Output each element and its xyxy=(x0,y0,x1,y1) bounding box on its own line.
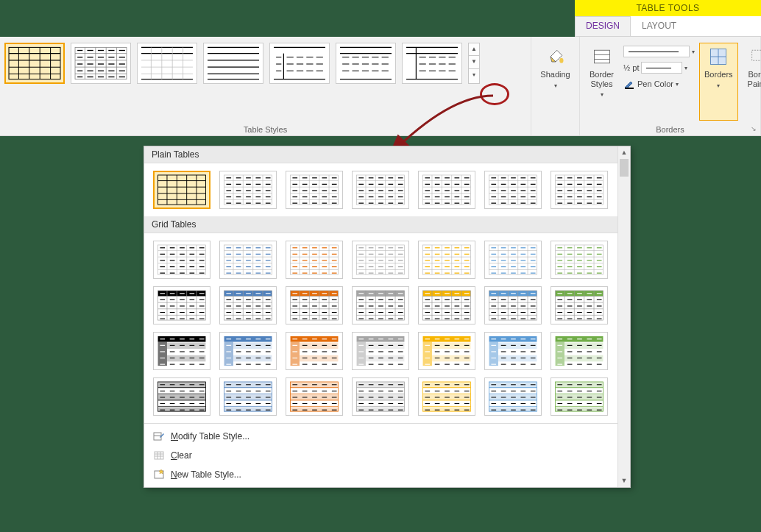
svg-rect-133 xyxy=(291,175,339,205)
borders-dialog-launcher[interactable]: ↘ xyxy=(749,124,758,133)
svg-rect-99 xyxy=(224,175,272,205)
table-style-thumb[interactable] xyxy=(153,171,210,209)
scroll-track[interactable] xyxy=(618,159,630,475)
scroll-thumb[interactable] xyxy=(620,159,629,177)
bucket-icon xyxy=(545,46,566,67)
svg-rect-0 xyxy=(9,47,60,79)
svg-rect-371 xyxy=(291,245,339,274)
line-weight-dropdown[interactable]: ½ pt ▾ xyxy=(623,62,695,74)
svg-rect-1220 xyxy=(154,433,161,440)
table-style-thumb[interactable] xyxy=(219,286,277,324)
table-style-thumb[interactable] xyxy=(286,332,343,370)
table-style-thumb[interactable] xyxy=(153,377,210,416)
clear-icon xyxy=(153,450,165,461)
table-style-thumb[interactable] xyxy=(153,332,210,370)
table-style-thumb[interactable] xyxy=(484,377,542,416)
group-borders: Border Styles ▾ ▾ ½ pt ▾ Pen Color ▾ Bor… xyxy=(580,37,761,135)
menu-new-table-style[interactable]: New Table Style... xyxy=(144,465,630,484)
table-style-thumb[interactable] xyxy=(484,332,542,370)
table-style-thumb[interactable] xyxy=(336,43,396,84)
table-style-thumb[interactable] xyxy=(153,286,210,324)
chevron-down-icon: ▾ xyxy=(676,81,679,88)
table-style-thumb[interactable] xyxy=(137,43,197,84)
gallery-scroll-down[interactable]: ▼ xyxy=(468,56,480,69)
svg-rect-90 xyxy=(158,175,206,205)
line-style-dropdown[interactable]: ▾ xyxy=(623,46,695,57)
svg-rect-439 xyxy=(423,245,471,274)
table-style-thumb[interactable] xyxy=(153,241,210,279)
table-style-thumb[interactable] xyxy=(71,43,131,84)
ribbon: ▲ ▼ ▾ Table Styles Shading ▾ Border Styl… xyxy=(0,37,761,136)
table-style-thumb[interactable] xyxy=(286,377,343,416)
table-style-thumb[interactable] xyxy=(551,377,608,416)
chevron-down-icon: ▾ xyxy=(601,91,604,98)
scroll-down-arrow[interactable]: ▼ xyxy=(618,475,630,487)
chevron-down-icon: ▾ xyxy=(554,82,557,89)
gallery-spinner: ▲ ▼ ▾ xyxy=(468,43,480,84)
table-style-thumb[interactable] xyxy=(402,43,462,84)
table-style-thumb[interactable] xyxy=(352,332,409,370)
scroll-up-arrow[interactable]: ▲ xyxy=(618,146,630,159)
svg-rect-405 xyxy=(357,245,405,274)
chevron-down-icon: ▾ xyxy=(684,65,687,71)
table-style-thumb[interactable] xyxy=(418,286,475,324)
pen-color-label: Pen Color xyxy=(637,79,673,88)
table-styles-gallery: ▲ ▼ ▾ xyxy=(4,43,526,84)
svg-rect-82 xyxy=(594,50,609,63)
svg-rect-269 xyxy=(556,175,604,205)
table-style-thumb[interactable] xyxy=(286,286,343,324)
popup-section-plain-tables: Plain Tables xyxy=(144,146,630,163)
table-style-thumb[interactable] xyxy=(551,332,608,370)
table-style-thumb[interactable] xyxy=(352,377,409,416)
table-style-thumb[interactable] xyxy=(352,171,409,209)
svg-rect-473 xyxy=(489,245,537,274)
menu-clear[interactable]: Clear xyxy=(144,446,630,465)
table-style-thumb[interactable] xyxy=(352,241,409,279)
border-styles-button[interactable]: Border Styles ▾ xyxy=(584,43,619,121)
table-style-thumb[interactable] xyxy=(418,377,475,416)
table-style-thumb[interactable] xyxy=(286,241,343,279)
line-weight-sample xyxy=(641,62,682,74)
svg-rect-303 xyxy=(158,245,206,274)
svg-rect-337 xyxy=(224,245,272,274)
gallery-expand-button[interactable]: ▾ xyxy=(468,69,480,84)
table-styles-popup: Plain Tables Grid Tables Modify Table St… xyxy=(144,146,631,488)
table-style-thumb[interactable] xyxy=(269,43,330,84)
tab-design[interactable]: DESIGN xyxy=(575,16,631,36)
table-style-thumb[interactable] xyxy=(484,171,542,209)
table-style-thumb[interactable] xyxy=(551,241,608,279)
table-style-thumb[interactable] xyxy=(352,286,409,324)
tab-layout[interactable]: LAYOUT xyxy=(631,16,687,36)
border-painter-button[interactable]: Border Painter xyxy=(743,43,761,121)
table-style-thumb[interactable] xyxy=(418,241,475,279)
shading-button[interactable]: Shading ▾ xyxy=(536,43,575,93)
contextual-subtabs: DESIGN LAYOUT xyxy=(575,16,761,37)
pen-color-dropdown[interactable]: Pen Color ▾ xyxy=(623,78,695,90)
popup-footer: Modify Table Style... Clear New Table St… xyxy=(144,423,630,487)
borders-icon xyxy=(708,46,729,67)
table-style-thumb[interactable] xyxy=(219,377,277,416)
table-style-thumb[interactable] xyxy=(219,241,277,279)
popup-scrollbar[interactable]: ▲ ▼ xyxy=(617,146,630,487)
table-style-thumb[interactable] xyxy=(286,171,343,209)
svg-rect-201 xyxy=(423,175,471,205)
table-style-thumb[interactable] xyxy=(551,286,608,324)
table-style-thumb[interactable] xyxy=(219,332,277,370)
border-painter-icon xyxy=(750,46,761,67)
table-style-thumb[interactable] xyxy=(484,286,542,324)
borders-button[interactable]: Borders ▾ xyxy=(699,43,738,121)
table-style-thumb[interactable] xyxy=(484,241,542,279)
border-styles-icon xyxy=(592,46,612,67)
menu-modify-table-style[interactable]: Modify Table Style... xyxy=(144,427,630,446)
group-table-styles: ▲ ▼ ▾ Table Styles xyxy=(0,37,531,135)
table-style-thumb[interactable] xyxy=(4,43,65,84)
borders-label: Borders xyxy=(704,70,733,79)
table-style-thumb[interactable] xyxy=(551,171,608,209)
table-style-thumb[interactable] xyxy=(219,171,277,209)
grid-tables-grid xyxy=(144,233,630,423)
svg-rect-85 xyxy=(625,88,634,89)
table-style-thumb[interactable] xyxy=(203,43,263,84)
table-style-thumb[interactable] xyxy=(418,171,475,209)
gallery-scroll-up[interactable]: ▲ xyxy=(468,43,480,56)
table-style-thumb[interactable] xyxy=(418,332,475,370)
